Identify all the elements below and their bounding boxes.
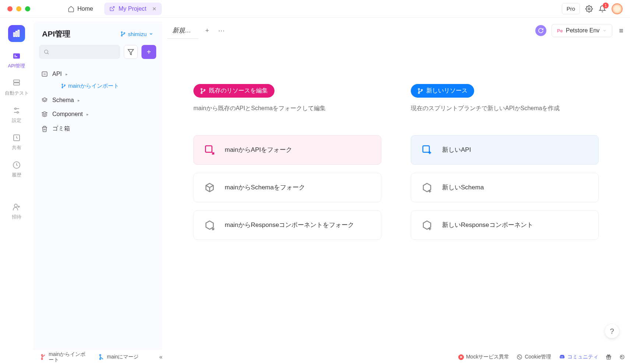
close-tab-icon[interactable]: ✕ [152, 6, 157, 12]
new-api-icon [421, 144, 433, 156]
svg-point-14 [17, 112, 18, 113]
footer-chat[interactable] [619, 354, 625, 360]
card-fork-schema[interactable]: mainからSchemaをフォーク [193, 173, 381, 202]
collapse-sidebar-button[interactable]: « [159, 354, 162, 360]
card-new-schema[interactable]: 新しいSchema [411, 173, 599, 202]
tab-new[interactable]: 新規… [167, 22, 199, 39]
notifications-icon[interactable]: 1 [598, 5, 606, 13]
home-label: Home [77, 6, 93, 12]
footer-merge-main[interactable]: mainにマージ [99, 354, 139, 360]
rail-api-mgmt[interactable]: API管理 [8, 52, 25, 69]
svg-point-28 [62, 84, 63, 85]
rail-settings[interactable]: 設定 [12, 106, 21, 124]
svg-point-1 [588, 8, 590, 10]
svg-point-23 [45, 50, 48, 53]
svg-point-30 [64, 85, 65, 86]
tree-component[interactable]: Component ▸ [39, 107, 156, 121]
menu-button[interactable]: ≡ [617, 25, 625, 36]
tree-api[interactable]: 96 API ▸ [39, 67, 156, 81]
card-new-api[interactable]: 新しいAPI [411, 135, 599, 165]
footer-mock-label: Mockサービス異常 [466, 354, 509, 360]
project-tab[interactable]: My Project ✕ [104, 3, 162, 15]
filter-button[interactable] [124, 45, 138, 59]
filter-icon [127, 49, 134, 55]
chevron-down-icon [602, 28, 607, 33]
settings-rail-icon [12, 106, 21, 115]
card-label: 新しいSchema [442, 183, 484, 192]
app-logo[interactable] [8, 25, 25, 42]
sidebar: API管理 shimizu + 96 API ▸ [33, 21, 162, 350]
notif-badge: 1 [603, 3, 609, 8]
rail-invite[interactable]: 招待 [12, 203, 21, 220]
tab-more-button[interactable]: ⋯ [216, 24, 227, 37]
pill-edit-existing: 既存のリソースを編集 [193, 84, 274, 98]
close-window-button[interactable] [7, 6, 13, 11]
rail-settings-label: 設定 [12, 117, 21, 124]
share-icon [12, 133, 21, 142]
footer-cookie[interactable]: Cookie管理 [517, 354, 551, 360]
svg-point-49 [41, 358, 42, 360]
help-button[interactable]: ? [605, 324, 619, 338]
sidebar-tree: 96 API ▸ mainからインポート Schema ▸ Comp [33, 64, 162, 139]
pill-label: 既存のリソースを編集 [209, 87, 268, 95]
new-resource-panel: 新しいリソース 現在のスプリントブランチで新しいAPIかSchemaを作成 新し… [411, 84, 599, 350]
user-avatar[interactable] [612, 3, 623, 14]
add-button[interactable]: + [141, 45, 156, 59]
svg-point-40 [421, 89, 422, 90]
branch-icon [417, 88, 423, 94]
svg-point-33 [204, 89, 205, 90]
refresh-button[interactable] [535, 25, 546, 36]
svg-rect-8 [14, 80, 20, 82]
discord-icon [559, 354, 565, 360]
maximize-window-button[interactable] [25, 6, 30, 11]
tab-add-button[interactable]: + [203, 25, 211, 37]
footer-mock-error[interactable]: ✕ Mockサービス異常 [458, 354, 509, 360]
tree-schema[interactable]: Schema ▸ [39, 93, 156, 107]
svg-rect-4 [18, 30, 19, 36]
footer-import-main[interactable]: mainからインポート [41, 351, 89, 363]
new-schema-icon [421, 181, 433, 194]
rail-api-mgmt-label: API管理 [8, 63, 25, 69]
card-label: mainからAPIをフォーク [225, 145, 292, 155]
svg-point-39 [418, 92, 419, 93]
gift-icon [606, 354, 612, 360]
tree-trash[interactable]: ゴミ箱 [39, 121, 156, 136]
tree-import-main[interactable]: mainからインポート [39, 81, 156, 93]
svg-rect-5 [13, 53, 20, 59]
error-icon: ✕ [458, 354, 464, 360]
nav-rail: API管理 自動テスト 設定 共有 履歴 [0, 18, 33, 350]
new-response-icon [421, 219, 433, 231]
rail-invite-label: 招待 [12, 214, 21, 220]
main-area: 新規… + ⋯ Pe Petstore Env ≡ 既存のリソース [162, 21, 630, 350]
tree-api-label: API [52, 71, 62, 77]
home-tab[interactable]: Home [63, 3, 98, 14]
card-fork-response[interactable]: mainからResponseコンポーネントをフォーク [193, 210, 381, 240]
rail-history[interactable]: 履歴 [12, 161, 21, 178]
pro-button[interactable]: Pro [562, 3, 580, 14]
footer-community[interactable]: コミュニティ [559, 354, 598, 360]
footer-community-label: コミュニティ [567, 354, 598, 360]
rail-share-label: 共有 [12, 144, 21, 151]
svg-rect-41 [423, 146, 430, 152]
card-new-response[interactable]: 新しいResponseコンポーネント [411, 210, 599, 240]
svg-point-20 [121, 32, 122, 33]
chevron-down-icon [149, 32, 153, 36]
trash-icon [41, 126, 49, 132]
branch-selector[interactable]: shimizu [120, 31, 153, 37]
component-icon [41, 111, 49, 118]
settings-icon[interactable] [585, 5, 593, 13]
invite-icon [12, 203, 21, 211]
svg-line-0 [112, 7, 114, 9]
minimize-window-button[interactable] [16, 6, 21, 11]
svg-point-52 [517, 355, 522, 359]
environment-selector[interactable]: Pe Petstore Env [552, 24, 613, 37]
footer-gift[interactable] [606, 354, 612, 360]
svg-point-48 [41, 354, 42, 356]
pill-new-resource: 新しいリソース [411, 84, 474, 98]
rail-share[interactable]: 共有 [12, 133, 21, 151]
svg-rect-7 [14, 56, 17, 57]
card-fork-api[interactable]: mainからAPIをフォーク [193, 135, 381, 165]
rail-auto-test[interactable]: 自動テスト [5, 79, 29, 97]
search-input[interactable] [39, 45, 120, 59]
svg-point-21 [121, 35, 122, 36]
